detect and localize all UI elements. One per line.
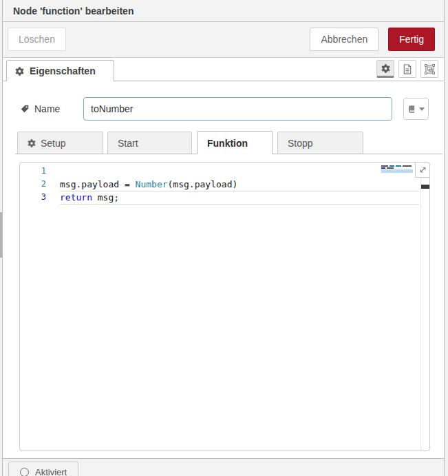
code-line: 3 return msg;: [20, 191, 429, 204]
properties-tab-bar: Eigenschaften: [3, 58, 444, 81]
tag-icon: [20, 104, 30, 114]
circle-icon: [20, 468, 29, 476]
code-text: return msg;: [46, 191, 119, 204]
book-icon: [407, 105, 416, 114]
tab-stopp-label: Stopp: [288, 138, 313, 149]
name-label: Name: [34, 103, 60, 114]
tab-start-label: Start: [118, 138, 138, 149]
function-tabs: Setup Start Funktion Stopp: [15, 131, 442, 154]
done-button[interactable]: Fertig: [388, 28, 435, 51]
chevron-down-icon: [419, 107, 425, 111]
editor-minimap: [381, 165, 413, 174]
tab-setup-label: Setup: [41, 138, 66, 149]
appearance-icon: [425, 64, 435, 74]
name-field-row: Name: [20, 97, 429, 121]
code-text: [46, 165, 60, 178]
line-number: 3: [20, 191, 46, 204]
line-number: 1: [20, 165, 46, 178]
node-enabled-toggle[interactable]: Aktiviert: [8, 462, 78, 476]
toolbar-right-group: Abbrechen Fertig: [310, 28, 435, 51]
expand-icon: [418, 165, 427, 174]
code-line: 2 msg.payload = Number(msg.payload): [20, 178, 429, 191]
node-edit-form: Name: [3, 81, 444, 458]
tab-properties[interactable]: Eigenschaften: [6, 60, 114, 81]
enabled-label: Aktiviert: [35, 467, 67, 476]
tab-funktion[interactable]: Funktion: [197, 131, 273, 154]
appearance-view-button[interactable]: [420, 60, 438, 78]
description-view-button[interactable]: [398, 60, 416, 78]
tab-properties-label: Eigenschaften: [30, 65, 96, 76]
tab-funktion-label: Funktion: [207, 138, 248, 149]
line-number: 2: [20, 178, 46, 191]
tab-setup[interactable]: Setup: [17, 132, 103, 154]
library-button[interactable]: [403, 98, 429, 120]
expand-editor-button[interactable]: [415, 162, 430, 178]
dialog-footer: Aktiviert: [3, 458, 444, 476]
dialog-title: Node 'function' bearbeiten: [13, 6, 134, 17]
edit-dialog-tray: Node 'function' bearbeiten Löschen Abbre…: [2, 0, 445, 476]
editor-scrollbar[interactable]: [420, 178, 429, 451]
name-label-group: Name: [20, 103, 83, 114]
code-text: msg.payload = Number(msg.payload): [46, 178, 237, 191]
gear-icon: [28, 139, 36, 147]
name-input[interactable]: [83, 97, 392, 121]
tab-stopp[interactable]: Stopp: [277, 132, 363, 154]
dialog-header: Node 'function' bearbeiten: [3, 0, 444, 22]
code-line-underline: [60, 191, 419, 192]
properties-view-button[interactable]: [376, 60, 394, 78]
dialog-toolbar: Löschen Abbrechen Fertig: [3, 22, 444, 58]
property-view-buttons: [376, 60, 438, 78]
code-line: 1: [20, 165, 429, 178]
code-rows: 1 2 msg.payload = Number(msg.payload) 3 …: [20, 163, 429, 204]
cancel-button[interactable]: Abbrechen: [310, 28, 378, 51]
tab-start[interactable]: Start: [107, 132, 192, 154]
code-line-underline: [60, 204, 419, 205]
minimap-viewport: [381, 169, 413, 173]
gear-icon: [381, 64, 390, 73]
delete-button[interactable]: Löschen: [8, 28, 66, 51]
editor-scrollbar-thumb[interactable]: [421, 185, 429, 189]
gear-icon: [15, 67, 24, 76]
description-icon: [403, 64, 412, 74]
code-editor[interactable]: 1 2 msg.payload = Number(msg.payload) 3 …: [19, 162, 430, 451]
